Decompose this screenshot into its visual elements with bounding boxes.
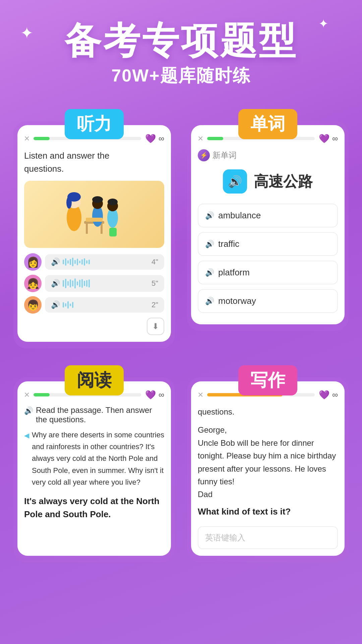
audio-row-2[interactable]: 👧 🔊 <box>24 275 164 292</box>
wave-bars-3 <box>63 301 149 309</box>
new-word-icon: ⚡ <box>198 149 210 161</box>
word-heart-icon: 💜 <box>319 133 329 144</box>
word-card-outer: × 💜 ∞ ⚡ 新单词 <box>187 121 349 331</box>
speaker-icon-2: 🔊 <box>51 279 60 288</box>
writing-question: What kind of text is it? <box>198 506 338 517</box>
download-button[interactable]: ⬇ <box>147 318 164 335</box>
word-option-3[interactable]: 🔊 platform <box>198 261 338 284</box>
listening-image <box>24 181 164 248</box>
word-chinese: 高速公路 <box>254 172 313 192</box>
duration-3: 2" <box>152 301 158 309</box>
audio-wave-2[interactable]: 🔊 <box>45 275 164 292</box>
reading-instruction: 🔊 Read the passage. Then answer the ques… <box>24 406 164 424</box>
word-card-inner: × 💜 ∞ ⚡ 新单词 <box>191 125 345 324</box>
header: ✦ ✦ 备考专项题型 70W+题库随时练 <box>13 20 349 88</box>
word-topbar-icons: 💜 ∞ <box>319 133 338 144</box>
writing-letter: George,Uncle Bob will be here for dinner… <box>198 424 338 501</box>
listening-progress-fill <box>34 137 50 140</box>
word-option-2[interactable]: 🔊 traffic <box>198 232 338 256</box>
avatar-2: 👧 <box>24 275 42 292</box>
listening-infinity-icon: ∞ <box>159 134 164 143</box>
svg-point-9 <box>92 196 103 203</box>
word-display: 🔊 高速公路 <box>198 169 338 194</box>
writing-input[interactable]: 英语键输入 <box>198 526 338 549</box>
deco-star-tl: ✦ <box>20 23 34 42</box>
sub-title: 70W+题库随时练 <box>13 64 349 88</box>
audio-wave-1[interactable]: 🔊 <box>45 254 164 270</box>
reading-answer: It's always very cold at the North Pole … <box>24 495 164 521</box>
writing-intro: questions. <box>198 406 338 418</box>
writing-card-inner: × 💜 ∞ questions. George,Uncle Bob will b… <box>191 381 345 556</box>
listening-badge: 听力 <box>65 109 124 139</box>
new-word-label: ⚡ 新单词 <box>198 149 338 161</box>
option-text-3: platform <box>218 267 250 278</box>
word-option-4[interactable]: 🔊 motorway <box>198 289 338 313</box>
option-speaker-2: 🔊 <box>205 240 214 249</box>
svg-point-3 <box>66 197 72 209</box>
wave-bars-1 <box>63 258 149 266</box>
listening-heart-icon: 💜 <box>145 133 156 144</box>
writing-heart-icon: 💜 <box>319 390 329 400</box>
writing-infinity-icon: ∞ <box>332 390 338 399</box>
word-option-1[interactable]: 🔊 ambulance <box>198 204 338 227</box>
audio-row-3[interactable]: 👦 🔊 2" <box>24 296 164 314</box>
read-passage-icon: ◀ <box>24 430 29 488</box>
reading-card-inner: × 💜 ∞ 🔊 Read the passage. Then answer th… <box>17 381 171 556</box>
duration-1: 4" <box>152 258 158 266</box>
speaker-icon-3: 🔊 <box>51 301 60 309</box>
reading-progress-fill <box>34 393 50 396</box>
wave-bars-2 <box>63 278 149 288</box>
option-speaker-1: 🔊 <box>205 211 214 220</box>
reading-infinity-icon: ∞ <box>159 390 164 399</box>
svg-point-12 <box>108 199 118 205</box>
option-text-2: traffic <box>218 239 239 249</box>
option-speaker-4: 🔊 <box>205 297 214 306</box>
reading-topbar-icons: 💜 ∞ <box>145 390 164 400</box>
listening-topbar-icons: 💜 ∞ <box>145 133 164 144</box>
listening-close[interactable]: × <box>24 133 29 144</box>
word-badge: 单词 <box>238 109 297 139</box>
avatar-1: 👩 <box>24 253 42 271</box>
avatar-3: 👦 <box>24 296 42 314</box>
option-text-1: ambulance <box>218 210 261 221</box>
new-word-text: 新单词 <box>213 150 237 161</box>
read-speaker-icon: 🔊 <box>24 407 33 415</box>
reading-badge: 阅读 <box>65 365 124 395</box>
svg-rect-5 <box>86 224 88 234</box>
cards-grid: 听力 × 💜 ∞ Listen and a <box>13 104 349 562</box>
writing-badge: 写作 <box>238 365 297 395</box>
classroom-svg <box>54 184 134 245</box>
page-wrapper: ✦ ✦ 备考专项题型 70W+题库随时练 听力 × 💜 <box>0 0 362 644</box>
audio-wave-3[interactable]: 🔊 2" <box>45 297 164 313</box>
reading-close[interactable]: × <box>24 389 29 400</box>
svg-rect-6 <box>101 224 103 234</box>
writing-topbar-icons: 💜 ∞ <box>319 390 338 400</box>
main-title: 备考专项题型 <box>13 20 349 61</box>
word-progress-fill <box>207 137 223 140</box>
word-close[interactable]: × <box>198 133 203 144</box>
word-infinity-icon: ∞ <box>332 134 338 143</box>
reading-card-outer: × 💜 ∞ 🔊 Read the passage. Then answer th… <box>13 377 175 562</box>
option-speaker-3: 🔊 <box>205 268 214 277</box>
duration-2: 5" <box>152 279 158 288</box>
audio-row-1[interactable]: 👩 🔊 <box>24 253 164 271</box>
listening-question: Listen and answer thequestions. <box>24 149 164 175</box>
writing-close[interactable]: × <box>198 389 203 400</box>
reading-heart-icon: 💜 <box>145 390 156 400</box>
deco-star-tr: ✦ <box>318 17 328 31</box>
reading-passage: ◀ Why are there deserts in some countrie… <box>24 429 164 488</box>
writing-card-outer: × 💜 ∞ questions. George,Uncle Bob will b… <box>187 377 349 562</box>
listening-card-inner: × 💜 ∞ Listen and answer thequestions. <box>17 125 171 342</box>
speaker-icon-1: 🔊 <box>51 258 60 266</box>
listening-card-outer: × 💜 ∞ Listen and answer thequestions. <box>13 121 175 348</box>
word-speaker-button[interactable]: 🔊 <box>223 169 247 194</box>
svg-rect-13 <box>109 228 117 236</box>
option-text-4: motorway <box>218 296 256 306</box>
svg-rect-14 <box>86 218 103 222</box>
